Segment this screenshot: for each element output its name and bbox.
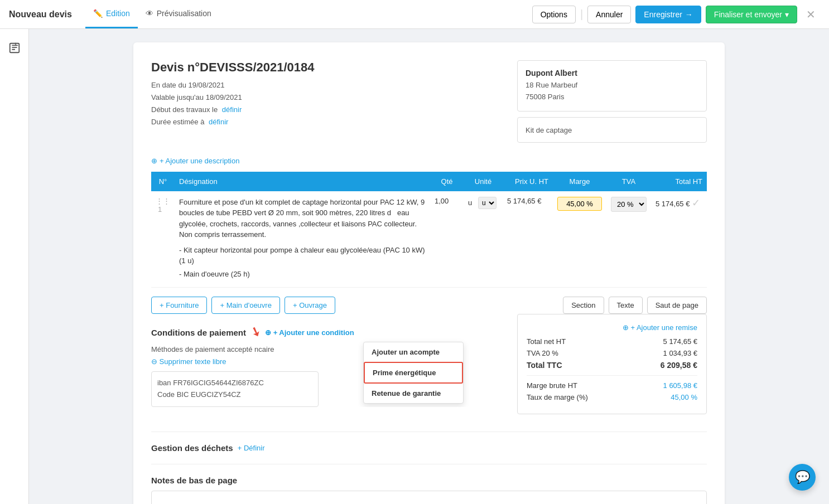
col-num: N° [151,172,175,191]
unit-select[interactable]: u [478,197,497,209]
tva-row: TVA 20 % 1 034,93 € [527,349,697,357]
net-ht-value: 5 174,65 € [663,337,697,346]
payment-title: Conditions de paiement ➘ ⊕ + Ajouter une… [151,325,517,340]
row-unit: u u [464,191,503,288]
add-condition-link[interactable]: ⊕ + Ajouter une condition [265,328,354,337]
col-unit: Unité [464,172,503,191]
col-designation: Désignation [175,172,430,191]
taux-label: Taux de marge (%) [527,393,588,401]
net-ht-label: Total net HT [527,337,566,346]
plus-icon: ⊕ [151,157,157,165]
plus-condition-icon: ⊕ [265,328,271,337]
topbar-actions: Options | Annuler Enregistrer → Finalise… [532,6,820,23]
tab-edition[interactable]: ✏️ Edition [85,0,138,28]
ttc-value: 6 209,58 € [661,361,697,370]
tab-nav: ✏️ Edition 👁 Prévisualisation [85,0,219,28]
table-body: ⋮⋮ 1 Fourniture et pose d'un kit complet… [151,191,707,288]
pencil-icon: ✏️ [93,9,103,18]
document-card: Devis n°DEVISSS/2021/0184 En date du 19/… [133,42,725,504]
check-icon[interactable]: ✓ [692,197,700,209]
save-arrow-icon: → [685,10,693,19]
quote-table: N° Désignation Qté Unité Prix U. HT Marg… [151,172,707,288]
col-marge: Marge [553,172,606,191]
doc-valid: Valable jusqu'au 18/09/2021 [151,91,315,104]
project-box: Kit de captage [517,117,707,143]
row-number: 1 [158,205,162,214]
payment-dropdown: Ajouter un acompte Prime énergétique Ret… [363,342,464,404]
row-qty: 1,00 [430,191,464,288]
waste-title: Gestion des déchets + Définir [151,443,707,453]
topbar: Nouveau devis ✏️ Edition 👁 Prévisualisat… [0,0,829,29]
chat-icon: 💬 [795,470,810,484]
total-net-row: Total net HT 5 174,65 € [527,337,697,346]
iban-box: iban FR76IGCIG54644ZI6876ZC Code BIC EUG… [151,371,319,407]
add-description-link[interactable]: ⊕ + Ajouter une description [151,157,239,165]
marge-label: Marge brute HT [527,381,577,390]
table-header: N° Désignation Qté Unité Prix U. HT Marg… [151,172,707,191]
page-title: Nouveau devis [9,9,72,20]
chat-button[interactable]: 💬 [789,464,816,491]
sidebar-doc-icon[interactable] [4,38,25,58]
add-remise-link[interactable]: ⊕ + Ajouter une remise [527,323,697,332]
section-button[interactable]: Section [563,297,604,314]
app-layout: Devis n°DEVISSS/2021/0184 En date du 19/… [0,29,829,504]
doc-date: En date du 19/08/2021 [151,79,315,91]
marge-input[interactable] [557,197,602,211]
waste-define-link[interactable]: + Définir [238,444,265,452]
col-qty: Qté [430,172,464,191]
eye-icon: 👁 [146,9,153,18]
marge-row: Marge brute HT 1 605,98 € [527,381,697,390]
add-item-buttons: + Fourniture + Main d'oeuvre + Ouvrage [151,297,335,314]
row-designation: Fourniture et pose d'un kit complet de c… [175,191,430,288]
row-price: 5 174,65 € [503,191,553,288]
save-button[interactable]: Enregistrer → [635,6,701,23]
row-marge[interactable] [553,191,606,288]
col-price: Prix U. HT [503,172,553,191]
payment-totals-area: ⊕ + Ajouter une remise Total net HT 5 17… [151,325,707,420]
doc-duration: Durée estimée à définir [151,116,315,128]
client-address: 18 Rue Marbeuf 75008 Paris [526,80,698,103]
row-tva: 20 % [606,191,651,288]
client-name: Dupont Albert [526,69,698,77]
dropdown-item-acompte[interactable]: Ajouter un acompte [364,342,463,362]
ttc-row: Total TTC 6 209,58 € [527,361,697,370]
tva-select[interactable]: 20 % [611,197,647,212]
delete-texte-libre[interactable]: ⊖ Supprimer texte libre [151,357,226,366]
marge-value: 1 605,98 € [663,381,697,390]
ttc-label: Total TTC [527,361,562,370]
add-main-oeuvre-button[interactable]: + Main d'oeuvre [211,297,279,314]
doc-title: Devis n°DEVISSS/2021/0184 [151,60,315,75]
drag-handle[interactable]: ⋮⋮ [156,197,170,205]
options-button[interactable]: Options [532,6,576,23]
plus-remise-icon: ⊕ [623,323,629,332]
tva-value: 1 034,93 € [663,349,697,357]
doc-client-area: Dupont Albert 18 Rue Marbeuf 75008 Paris… [517,60,707,143]
col-tva: TVA [606,172,651,191]
divider-1 [151,432,707,432]
duration-link[interactable]: définir [209,118,228,126]
texte-button[interactable]: Texte [609,297,643,314]
divider-2 [151,464,707,464]
totals-box: ⊕ + Ajouter une remise Total net HT 5 17… [517,314,707,414]
chevron-down-icon: ▾ [785,10,789,19]
cancel-button[interactable]: Annuler [587,6,631,23]
table-row: ⋮⋮ 1 Fourniture et pose d'un kit complet… [151,191,707,288]
add-ouvrage-button[interactable]: + Ouvrage [285,297,335,314]
saut-page-button[interactable]: Saut de page [647,297,707,314]
col-total: Total HT [651,172,707,191]
add-fourniture-button[interactable]: + Fourniture [151,297,207,314]
dropdown-item-retenue[interactable]: Retenue de garantie [364,384,463,403]
notes-input[interactable] [151,491,707,504]
start-link[interactable]: définir [222,105,242,114]
project-label: Kit de captage [526,126,572,134]
doc-start: Début des travaux le définir [151,104,315,116]
tva-label: TVA 20 % [527,349,558,357]
main-content: Devis n°DEVISSS/2021/0184 En date du 19/… [29,29,829,504]
payment-section: Conditions de paiement ➘ ⊕ + Ajouter une… [151,325,517,407]
close-button[interactable]: ✕ [802,6,820,23]
sidebar [0,29,29,504]
dropdown-item-prime[interactable]: Prime énergétique [364,362,463,384]
finalize-button[interactable]: Finaliser et envoyer ▾ [706,6,797,23]
action-row: + Fourniture + Main d'oeuvre + Ouvrage S… [151,297,707,314]
tab-preview[interactable]: 👁 Prévisualisation [138,0,219,28]
